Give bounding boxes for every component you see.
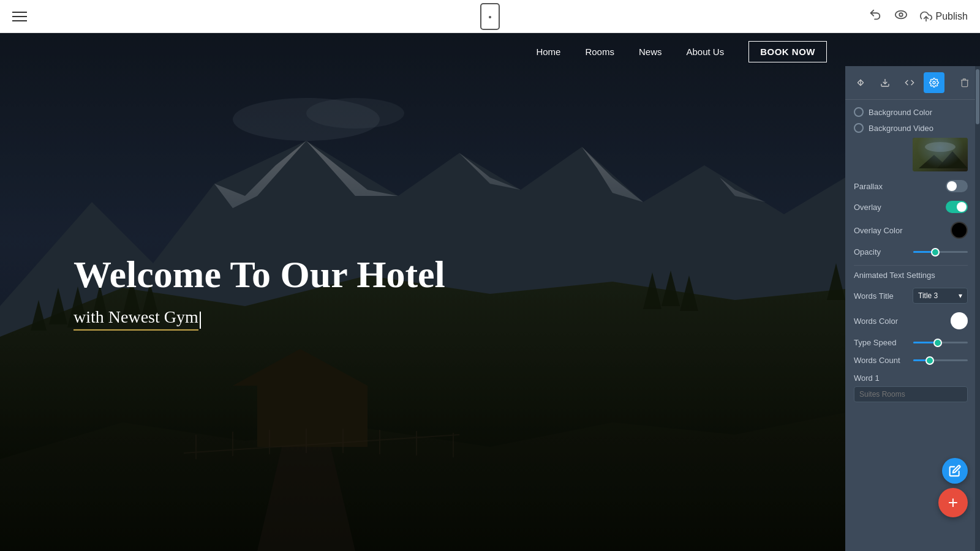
panel-scroll-content[interactable]: Background Color Background Video bbox=[845, 100, 980, 551]
svg-marker-50 bbox=[937, 151, 968, 168]
fab-edit-button[interactable] bbox=[942, 458, 968, 484]
bg-video-row: Background Video bbox=[854, 123, 968, 171]
svg-rect-47 bbox=[913, 138, 968, 171]
top-toolbar: Publish bbox=[0, 0, 980, 33]
words-count-slider[interactable] bbox=[913, 359, 968, 361]
nav-rooms[interactable]: Rooms bbox=[585, 47, 614, 57]
panel-toolbar bbox=[845, 66, 980, 100]
bg-video-label: Background Video bbox=[869, 124, 968, 133]
hero-nav: Home Rooms News About Us BOOK NOW bbox=[0, 33, 845, 70]
fab-add-button[interactable]: + bbox=[938, 488, 968, 517]
parallax-label: Parallax bbox=[854, 182, 946, 191]
panel-scrollbar[interactable] bbox=[975, 66, 980, 551]
delete-icon-button[interactable] bbox=[954, 72, 975, 93]
word1-label: Word 1 bbox=[854, 373, 968, 383]
bg-color-row: Background Color bbox=[854, 107, 968, 117]
overlay-color-label: Overlay Color bbox=[854, 226, 951, 235]
panel-scrollbar-thumb bbox=[976, 69, 979, 124]
words-title-select[interactable]: Title 3 ▾ bbox=[913, 288, 968, 304]
words-title-label: Words Title bbox=[854, 291, 913, 301]
words-title-row: Words Title Title 3 ▾ bbox=[854, 288, 968, 304]
overlay-toggle[interactable] bbox=[946, 201, 968, 213]
code-icon-button[interactable] bbox=[899, 72, 920, 93]
opacity-row: Opacity bbox=[854, 247, 968, 257]
canvas-area: Home Rooms News About Us BOOK NOW Welcom… bbox=[0, 33, 980, 551]
type-speed-row: Type Speed bbox=[854, 338, 968, 347]
animated-text-title: Animated Text Settings bbox=[854, 271, 935, 280]
preview-eye-icon[interactable] bbox=[894, 8, 908, 24]
svg-rect-48 bbox=[913, 138, 968, 171]
parallax-toggle[interactable] bbox=[946, 180, 968, 192]
hero-subtitle: with Newest Gym bbox=[74, 307, 198, 331]
hamburger-icon[interactable] bbox=[12, 12, 27, 21]
toolbar-right: Publish bbox=[869, 8, 968, 24]
hero-title: Welcome To Our Hotel bbox=[74, 253, 445, 295]
overlay-color-swatch[interactable] bbox=[951, 222, 968, 239]
words-count-row: Words Count bbox=[854, 356, 968, 365]
words-color-swatch[interactable] bbox=[951, 312, 968, 329]
bg-color-radio[interactable] bbox=[854, 107, 864, 117]
hero-content: Welcome To Our Hotel with Newest Gym bbox=[74, 253, 445, 331]
text-cursor bbox=[200, 312, 201, 329]
nav-news[interactable]: News bbox=[639, 47, 662, 57]
opacity-slider[interactable] bbox=[913, 251, 968, 253]
words-count-label: Words Count bbox=[854, 356, 908, 365]
toolbar-left bbox=[12, 12, 27, 21]
words-title-value: Title 3 bbox=[918, 291, 938, 300]
word1-input[interactable] bbox=[854, 386, 968, 402]
svg-marker-49 bbox=[919, 155, 949, 168]
hero-subtitle-wrap: with Newest Gym bbox=[74, 307, 445, 331]
chevron-down-icon: ▾ bbox=[959, 291, 962, 300]
bg-video-radio[interactable] bbox=[854, 123, 864, 133]
type-speed-slider[interactable] bbox=[913, 342, 968, 343]
settings-icon-button[interactable] bbox=[924, 72, 944, 93]
type-speed-label: Type Speed bbox=[854, 338, 908, 347]
svg-point-51 bbox=[925, 142, 956, 152]
publish-label: Publish bbox=[936, 11, 968, 22]
plus-icon: + bbox=[948, 494, 958, 511]
download-icon-button[interactable] bbox=[875, 72, 895, 93]
parallax-row: Parallax bbox=[854, 180, 968, 192]
opacity-label: Opacity bbox=[854, 247, 908, 257]
overlay-label: Overlay bbox=[854, 203, 946, 212]
bg-color-label: Background Color bbox=[869, 108, 968, 117]
toolbar-center bbox=[480, 3, 500, 30]
overlay-row: Overlay bbox=[854, 201, 968, 213]
svg-point-1 bbox=[899, 13, 903, 17]
video-thumbnail[interactable] bbox=[913, 138, 968, 171]
words-color-label: Words Color bbox=[854, 317, 951, 326]
svg-point-46 bbox=[933, 81, 935, 84]
overlay-color-row: Overlay Color bbox=[854, 222, 968, 239]
publish-button[interactable]: Publish bbox=[920, 10, 968, 23]
book-now-button[interactable]: BOOK NOW bbox=[748, 41, 827, 62]
svg-point-0 bbox=[895, 11, 906, 19]
undo-icon[interactable] bbox=[869, 8, 882, 24]
mobile-preview-icon[interactable] bbox=[480, 3, 500, 30]
words-color-row: Words Color bbox=[854, 312, 968, 329]
sort-icon-button[interactable] bbox=[850, 72, 871, 93]
nav-about[interactable]: About Us bbox=[686, 47, 724, 57]
nav-home[interactable]: Home bbox=[536, 47, 560, 57]
